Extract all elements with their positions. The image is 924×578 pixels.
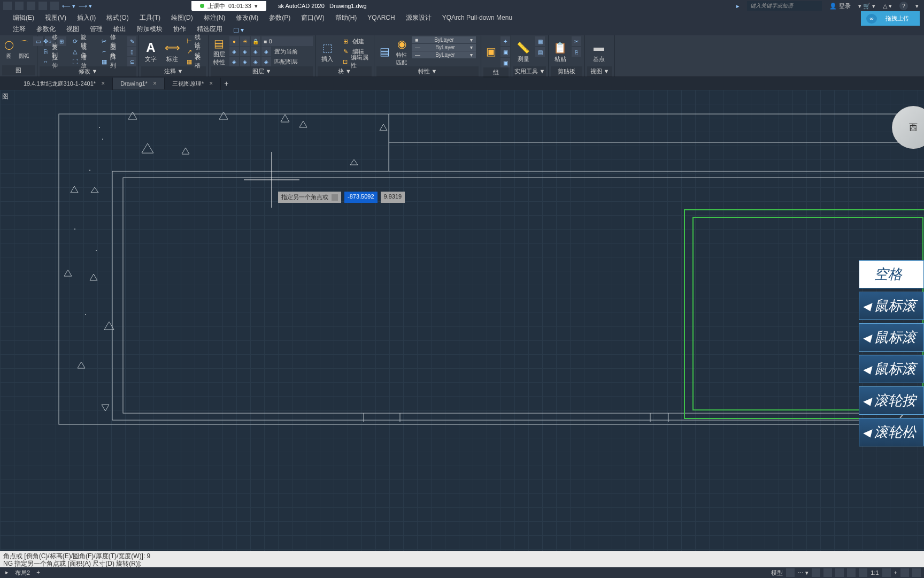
ribbon-tab-annotate[interactable]: 注释 (7, 23, 31, 35)
layer-properties-button[interactable]: ▤图层 特性 (211, 36, 227, 66)
match-props-button[interactable]: ◉特性 匹配 (394, 36, 410, 66)
sb-ratio[interactable]: 1:1 (871, 569, 879, 576)
sb-more-icon[interactable]: ⋯ ▾ (798, 569, 808, 576)
sb-model[interactable]: 模型 (771, 569, 783, 577)
dynamic-input-y[interactable]: 9.9319 (381, 192, 405, 203)
menu-draw[interactable]: 绘图(D) (166, 12, 198, 24)
menu-format[interactable]: 格式(O) (101, 12, 134, 24)
erase-icon[interactable]: ✎ (127, 36, 136, 46)
dynamic-input-x[interactable]: -873.5092 (344, 192, 378, 203)
menu-parametric[interactable]: 参数(P) (264, 12, 296, 24)
cut-icon[interactable]: ✂ (572, 36, 581, 46)
panel-modify-label[interactable]: 修改 ▼ (40, 66, 136, 77)
sb-gear-icon[interactable] (882, 568, 891, 577)
new-tab-button[interactable]: + (221, 79, 232, 88)
doc-tab-1[interactable]: 19.4.1世纪龙庭310-1-2401*× (16, 78, 113, 90)
group-button[interactable]: ▣ (483, 36, 498, 66)
text-button[interactable]: A文字 (141, 36, 160, 66)
menu-dimension[interactable]: 标注(N) (198, 12, 231, 24)
cart-icon[interactable]: ▾ 🛒 ▾ (858, 3, 875, 10)
util-2-icon[interactable]: ▤ (535, 47, 545, 57)
panel-block-label[interactable]: 块 ▼ (318, 66, 372, 77)
panel-annotate-label[interactable]: 注释 ▼ (141, 66, 206, 77)
offset-icon[interactable]: ⊆ (127, 57, 136, 66)
sb-polar-icon[interactable] (835, 568, 844, 577)
layer-tool-4-icon[interactable]: ◈ (261, 47, 271, 56)
color-combo[interactable]: ■ ByLayer ▾ (412, 36, 476, 43)
layer-tool-5-icon[interactable]: ◈ (229, 57, 239, 66)
line-icon[interactable]: ◯ (2, 36, 16, 52)
layer-combo[interactable]: ■ 0 (261, 36, 313, 46)
ribbon-tab-addins[interactable]: 附加模块 (132, 23, 168, 35)
qat-print-icon[interactable] (50, 2, 59, 10)
explode-icon[interactable]: ▯ (127, 47, 136, 56)
menu-modify[interactable]: 修改(M) (230, 12, 264, 24)
sb-ortho-icon[interactable] (823, 568, 832, 577)
sb-otrack-icon[interactable] (859, 568, 867, 577)
stretch-button[interactable]: ↔拉伸 (40, 57, 65, 66)
panel-groups-label[interactable]: 组 (483, 67, 509, 78)
prompt-options-icon[interactable] (332, 194, 338, 201)
panel-utilities-label[interactable]: 实用工具 ▼ (513, 66, 546, 77)
menu-yqarch[interactable]: YQARCH (362, 12, 400, 23)
menu-yqarch-pulldown[interactable]: YQArch Pull-down Menu (437, 12, 518, 23)
login-button[interactable]: 👤 登录 (829, 2, 851, 10)
status-dropdown-icon[interactable]: ▾ (255, 3, 258, 10)
qat-plot-icon[interactable] (38, 2, 47, 10)
ribbon-tab-collaborate[interactable]: 协作 (168, 23, 191, 35)
menu-help[interactable]: 帮助(H) (330, 12, 363, 24)
lineweight-combo[interactable]: — ByLayer ▾ (412, 44, 476, 51)
menu-insert[interactable]: 插入(I) (72, 12, 101, 24)
layer-tool-8-icon[interactable]: ◈ (261, 57, 271, 66)
layout-tab-model[interactable]: ▸ (5, 569, 9, 577)
qat-saveas-icon[interactable] (15, 2, 24, 10)
sb-plus-icon[interactable]: + (894, 569, 897, 576)
drawing-viewport[interactable]: 图 (0, 90, 924, 553)
layer-tool-6-icon[interactable]: ◈ (240, 57, 250, 66)
menu-yuanquan[interactable]: 源泉设计 (401, 12, 437, 24)
panel-clipboard-label[interactable]: 剪贴板 (551, 66, 582, 77)
qat-redo-icon[interactable]: ⟶ ▾ (79, 3, 92, 10)
doc-tab-2[interactable]: Drawing1*× (113, 78, 165, 89)
dimension-button[interactable]: ⟺标注 (163, 36, 182, 66)
close-icon[interactable]: × (153, 80, 157, 87)
layout-tab-2[interactable]: 布局2 (15, 569, 30, 577)
arc-icon[interactable]: ⌒ (17, 36, 31, 52)
command-line[interactable]: 角点或 [倒角(C)/标高(E)/圆角(F)/厚度(T)/宽度(W)]: 9 N… (0, 551, 924, 567)
sb-menu-icon[interactable] (912, 568, 921, 577)
panel-layers-label[interactable]: 图层 ▼ (211, 66, 313, 77)
close-icon[interactable]: × (209, 80, 213, 87)
panel-draw-label[interactable]: 图 (2, 65, 35, 75)
sb-osnap-icon[interactable] (847, 568, 856, 577)
match-layer-button[interactable]: 匹配图层 (272, 57, 300, 66)
set-current-button[interactable]: 置为当前 (272, 47, 300, 56)
qat-undo-icon[interactable]: ⟵ ▾ (62, 3, 75, 10)
group-tool-2-icon[interactable]: ▣ (500, 47, 510, 57)
close-icon[interactable]: × (101, 80, 105, 87)
ribbon-tab-extra-icon[interactable]: ▢ ▾ (228, 25, 249, 35)
group-tool-3-icon[interactable]: ▣ (500, 58, 510, 67)
doc-tab-3[interactable]: 三视图原理*× (165, 78, 221, 90)
sb-grid-icon[interactable] (786, 568, 795, 577)
paste-button[interactable]: 📋粘贴 (551, 36, 569, 66)
edit-attrs-button[interactable]: ⊡编辑属性 (340, 57, 372, 66)
menu-window[interactable]: 窗口(W) (296, 12, 329, 24)
layer-lock-icon[interactable]: 🔒 (251, 36, 260, 46)
panel-properties-label[interactable]: 特性 ▼ (376, 66, 479, 77)
measure-button[interactable]: 📏测量 (513, 36, 533, 66)
sb-tool-icon[interactable] (900, 568, 909, 577)
scale-button[interactable]: ⛶缩放 (69, 57, 94, 66)
upload-button[interactable]: ∞ 拖拽上传 (861, 11, 920, 26)
panel-view-label[interactable]: 视图 ▼ (587, 66, 612, 77)
util-1-icon[interactable]: ▦ (535, 36, 545, 46)
table-button[interactable]: ▦表格 (184, 57, 206, 66)
group-tool-1-icon[interactable]: ✦ (500, 36, 510, 46)
layer-tool-7-icon[interactable]: ◈ (251, 57, 260, 66)
menu-view[interactable]: 视图(V) (40, 12, 72, 24)
array-button[interactable]: ▦阵列 (98, 57, 124, 66)
search-input[interactable]: 键入关键字或短语 (747, 1, 822, 11)
layer-tool-1-icon[interactable]: ◈ (229, 47, 239, 56)
help-dropdown-icon[interactable]: ▾ (915, 3, 919, 10)
insert-block-button[interactable]: ⬚插入 (318, 36, 337, 66)
sb-snap-icon[interactable] (812, 568, 820, 577)
